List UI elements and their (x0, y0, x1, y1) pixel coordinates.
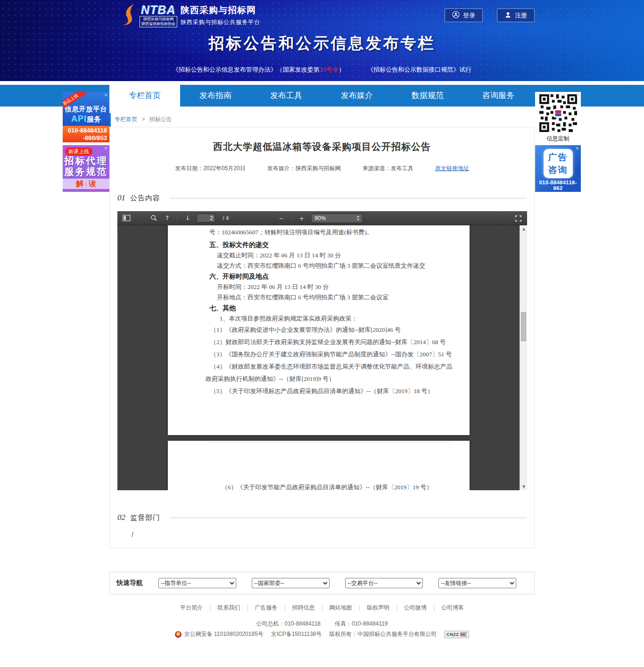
zoom-out-icon[interactable]: − (277, 214, 286, 223)
toolbar-separator (177, 214, 178, 222)
ad-consult[interactable]: × 广告 咨询 010-88484118-862 (535, 145, 581, 192)
footer-link-jobs[interactable]: 招聘信息 (277, 604, 314, 612)
footer-link-blog[interactable]: 公司博客 (427, 604, 464, 612)
footer-link-copyright[interactable]: 版权声明 (352, 604, 389, 612)
scrollbar-thumb[interactable] (521, 312, 526, 341)
footer-link-contact[interactable]: 联系我们 (203, 604, 240, 612)
site-banner: NTBA 陕西采购与招标网 陕西省招标投标协会 陕西采购与招标网 陕西采购与招标… (0, 0, 644, 81)
tab-column-home[interactable]: 专栏首页 (109, 85, 180, 107)
pdf-content-area[interactable]: 号：102460065607；转账时须注明项目编号及用途(标书费)。 五、投标文… (117, 225, 527, 490)
pdf-line: （4）《财政部发展改革委生态环境部市场监督总局关于调整优化节能产品、环境标志产品 (210, 362, 453, 371)
ad-qr-subscribe[interactable]: × (535, 92, 581, 142)
pdf-line: 六、开标时间及地点 (209, 272, 453, 280)
pdf-line: 七、其他 (209, 304, 453, 312)
pdf-line: 开标时间：2022 年 06 月 13 日 14 时 30 分 (217, 283, 453, 291)
tab-consult-service[interactable]: 咨询服务 (463, 85, 534, 107)
beian-icp[interactable]: 京ICP备15011138号 (271, 630, 322, 638)
tab-data-standard[interactable]: 数据规范 (392, 85, 463, 107)
ad-course-line2: 服务规范 (63, 166, 109, 177)
tab-publish-guide[interactable]: 发布指南 (180, 85, 251, 107)
fullscreen-icon[interactable] (513, 214, 523, 223)
police-badge-icon (175, 631, 182, 638)
cnzz-badge[interactable]: CNZZ (444, 631, 469, 638)
scrollbar-down-icon[interactable]: ▼ (520, 485, 527, 489)
site-logo[interactable]: NTBA 陕西采购与招标网 陕西省招标投标协会 陕西采购与招标网 陕西采购与招标… (120, 4, 260, 27)
original-link[interactable]: 原文链接地址 (435, 165, 469, 173)
pdf-line: 递交截止时间：2022 年 06 月 13 日 14 时 30 分 (217, 251, 453, 259)
footer-link-about[interactable]: 平台简介 (180, 604, 203, 612)
quick-nav: 快速导航 --指导单位-- --国家部委-- --交易平台-- --友情链接-- (109, 572, 535, 594)
logo-association-badge: 陕西采购与招标网 陕西省招标投标协会 (140, 16, 177, 27)
ad-course-line1: 招标代理 (63, 156, 109, 166)
close-icon[interactable]: × (102, 145, 109, 152)
new-course-tag: 新课上线 (65, 148, 92, 156)
article-meta: 发布日期：2022年05月20日 发布媒介：陕西采购与招标网 来源渠道：发布工具… (117, 165, 527, 173)
beian-gongan[interactable]: 京公网安备 11010802020185号 (184, 630, 264, 638)
section-number: 02 (117, 513, 125, 522)
footer-link-ads[interactable]: 广告服务 (240, 604, 277, 612)
pdf-page-2: （6）《关于印发节能产品政府采购品目清单的通知》--（财库〔2019〕19 号） (168, 441, 470, 490)
pdf-line: 政府采购执行机制的通知》--（财库[2019]9 号） (206, 375, 453, 383)
footer-link-sitemap[interactable]: 网站地图 (314, 604, 352, 612)
breadcrumb-home-link[interactable]: 专栏首页 (115, 116, 137, 123)
footer-link-weibo[interactable]: 公司微博 (389, 604, 427, 612)
pdf-line: 五、投标文件的递交 (209, 241, 453, 249)
search-icon[interactable] (149, 214, 158, 223)
pdf-line: （3）《国务院办公厅关于建立政府强制采购节能产品制度的通知》--国办发〔2007… (210, 350, 453, 358)
pdf-line: 开标地点：西安市红缨路南口 6 号均明拍卖广场 3 层第二会议室 (217, 293, 453, 301)
sidebar-toggle-icon[interactable] (122, 214, 131, 223)
pdf-line: （5）《关于印发环境标志产品政府采购品目清单的通知》--（财库〔2019〕18 … (210, 387, 453, 395)
logo-badge-line2: 陕西省招标投标协会 (141, 22, 175, 26)
breadcrumb: 专栏首页 > 招标公告 (109, 113, 533, 127)
zoom-in-icon[interactable]: + (297, 214, 306, 223)
cnzz-stripes-icon (460, 633, 467, 636)
qr-code (538, 127, 578, 135)
banner-notices: 《招标公告和公示信息发布管理办法》（国家发改委第10号令） 《招标公告和公示数据… (0, 66, 644, 74)
page-root: NTBA 陕西采购与招标网 陕西省招标投标协会 陕西采购与招标网 陕西采购与招标… (0, 0, 644, 667)
zoom-level-select[interactable]: 90% (311, 214, 363, 223)
banner-notice-2: 《招标公告和公示数据接口规范》试行 (367, 66, 471, 74)
section-title: 公告内容 (130, 194, 160, 203)
quicknav-select-ministries[interactable]: --国家部委-- (252, 578, 330, 588)
pdf-line: 1、本次项目参照政府采购规定落实政府采购政策： (220, 314, 453, 322)
ad-consult-phone: 010-88484118-862 (535, 180, 581, 191)
close-icon[interactable]: × (574, 92, 581, 99)
page-number-input[interactable] (197, 214, 215, 222)
pdf-line: 递交方式：西安市红缨路南口 6 号均明拍卖广场 3 层第二会议室纸质文件递交 (217, 262, 453, 270)
zoom-select-spinner (356, 215, 359, 221)
quick-nav-label: 快速导航 (116, 579, 143, 587)
footer-links: 平台简介 联系我们 广告服务 招聘信息 网站地图 版权声明 公司微博 公司博客 (0, 604, 644, 612)
quicknav-select-links[interactable]: --友情链接-- (438, 578, 516, 588)
find-next-icon[interactable]: ↓ (183, 214, 192, 223)
register-button[interactable]: 注册 (497, 8, 535, 22)
pdf-line: 号：102460065607；转账时须注明项目编号及用途(标书费)。 (209, 228, 453, 236)
quicknav-select-platforms[interactable]: --交易平台-- (345, 578, 423, 588)
tab-publish-tools[interactable]: 发布工具 (251, 85, 322, 107)
quicknav-select-guidance[interactable]: --指导单位-- (158, 578, 236, 588)
pdf-line: （6）《关于印发节能产品政府采购品目清单的通知》--（财库〔2019〕19 号） (222, 483, 453, 490)
logo-badge-line1: 陕西采购与招标网 (141, 17, 175, 22)
ad-api-phone: 010-88484118 -860/853 (63, 126, 109, 142)
zoom-level-value: 90% (314, 215, 326, 222)
close-icon[interactable]: × (102, 92, 109, 99)
section-title: 监督部门 (130, 513, 160, 522)
ad-api-line1: 信息开放平台 (63, 105, 109, 114)
scrollbar-up-icon[interactable]: ▲ (520, 227, 527, 231)
ad-consult-box: 广告 咨询 (544, 149, 573, 178)
source-channel: 来源渠道：发布工具 (363, 165, 413, 173)
tab-publish-media[interactable]: 发布媒介 (322, 85, 392, 107)
page2-top-rule (207, 442, 451, 443)
ad-agency-course[interactable]: × 新课上线 招标代理 服务规范 解读 (63, 145, 109, 192)
publish-date: 发布日期：2022年05月20日 (175, 165, 245, 173)
login-button[interactable]: 登录 (445, 8, 483, 22)
supervision-value: / (132, 531, 527, 538)
ad-api-service[interactable]: × 新品上线 信息开放平台 API服务 010-88484118 -860/85… (63, 92, 109, 142)
logo-acronym: NTBA (141, 4, 175, 16)
pdf-scrollbar[interactable]: ▲ ▼ (520, 225, 527, 490)
section-header-content: 01 公告内容 (117, 193, 527, 203)
find-previous-icon[interactable]: ↑ (163, 214, 172, 223)
login-label: 登录 (463, 11, 475, 20)
pdf-line: （2）财政部司法部关于政府采购支持监狱企业发展有关问题的通知--财库〔2014〕… (210, 338, 453, 346)
footer-phone-line: 公司总机：010-88484118 传真：010-88484119 (0, 620, 644, 628)
close-icon[interactable]: × (574, 145, 581, 152)
